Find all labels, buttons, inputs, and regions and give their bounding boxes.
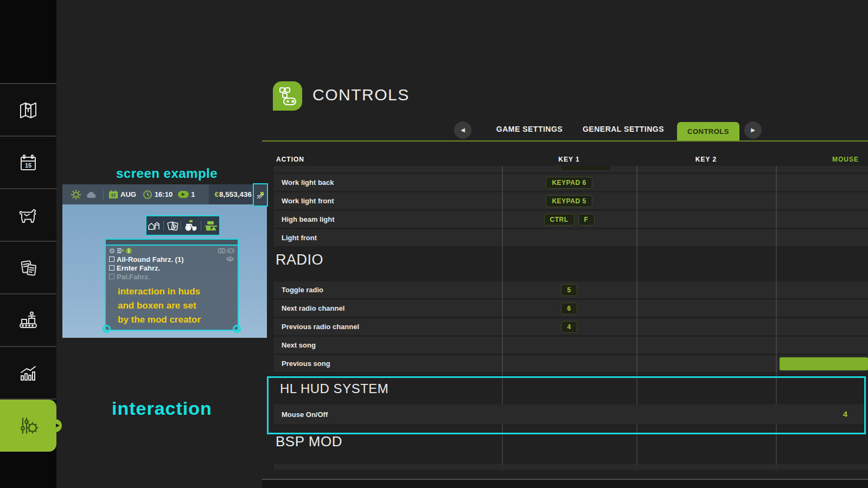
column-header-key2: KEY 2 (636, 156, 776, 163)
sidebar: 15 (0, 0, 56, 488)
inset-hud-icon-row (145, 215, 220, 236)
table-row[interactable]: Previous radio channel 4 (274, 318, 868, 335)
action-label: Previous radio channel (282, 323, 359, 331)
mouse-binding-active-bar[interactable] (780, 357, 868, 370)
action-label: Previous song (282, 359, 330, 368)
sidebar-item-animals[interactable] (0, 188, 56, 241)
action-label: Toggle radio (282, 286, 323, 294)
inset-speed-value: 1 (191, 190, 195, 198)
sidebar-item-statistics[interactable] (0, 346, 56, 400)
table-row[interactable]: Work light front KEYPAD 5 (274, 192, 868, 209)
page-title: CONTROLS (312, 86, 410, 104)
controls-settings-icon (16, 413, 41, 438)
column-header-mouse: MOUSE (776, 156, 868, 163)
icon-separator (163, 221, 164, 230)
table-row[interactable]: Previous song (274, 355, 868, 372)
filter-list-icon (117, 248, 124, 254)
icon-separator (181, 221, 181, 230)
sidebar-item-production[interactable] (0, 293, 56, 346)
statistics-icon (16, 361, 41, 386)
cloud-icon (86, 190, 98, 200)
construction-icon (257, 191, 264, 199)
icon-separator (201, 221, 201, 230)
map-icon (16, 98, 41, 123)
partial-key-badge (561, 166, 610, 170)
hud-note-text: interaction in huds and boxen are set by… (118, 285, 238, 327)
tabs-prev-button[interactable]: ◀ (454, 121, 471, 139)
section-title-radio: RADIO (276, 252, 323, 268)
sidebar-item-map[interactable] (0, 83, 56, 136)
sidebar-item-controls-settings[interactable]: ▶ (0, 400, 56, 452)
table-row-partial-bottom (274, 464, 868, 470)
action-label: High beam light (282, 215, 335, 223)
key-binding-badge[interactable]: F (578, 214, 595, 226)
hud-note-line: and boxen are set (118, 299, 238, 313)
calendar-icon: 15 (16, 150, 41, 175)
inset-hud-topbar: AUG 16:10 1 € 8,553,436 (62, 184, 267, 204)
gamepad-keys-icon (277, 86, 298, 106)
animals-icon (16, 203, 41, 228)
inset-money-value: 8,553,436 (219, 190, 252, 198)
resize-handle (103, 325, 111, 333)
key-binding-badge[interactable]: 4 (561, 321, 577, 333)
inset-hud-panel: All-Round Fahrz. (1) Ernter Fahrz. Pal.F… (105, 239, 239, 331)
table-row[interactable]: Next radio channel 6 (274, 300, 868, 317)
gamepad-mini-icon (227, 248, 234, 253)
production-icon (16, 308, 41, 333)
key-binding-badge[interactable]: KEYPAD 5 (546, 195, 592, 207)
sidebar-active-notch: ▶ (49, 419, 62, 432)
action-label: Work light back (282, 178, 334, 187)
checkbox-icon (109, 265, 114, 271)
tab-game-settings[interactable]: GAME SETTINGS (488, 125, 571, 133)
tab-general-settings[interactable]: GENERAL SETTINGS (575, 125, 672, 133)
inset-time-label: 16:10 (155, 190, 173, 198)
checkbox-icon (109, 256, 114, 262)
tabs-next-button[interactable]: ▶ (744, 121, 762, 139)
section-title-bsp-mod: BSP MOD (276, 433, 342, 450)
resize-handle (233, 325, 241, 333)
table-row[interactable]: Toggle radio 5 (274, 281, 868, 298)
hud-item-label: Ernter Fahrz. (117, 264, 160, 272)
keyboard-icon (218, 248, 225, 253)
sidebar-item-calendar[interactable]: 15 (0, 136, 56, 188)
action-label: Light front (282, 234, 317, 242)
inset-help-highlight-box (253, 183, 268, 207)
hud-panel-iconbar (106, 246, 238, 255)
topbar-separator (103, 189, 104, 200)
tab-controls[interactable]: CONTROLS (677, 122, 739, 141)
tractor-icon (184, 220, 198, 232)
hud-list-item: Ernter Fahrz. (106, 264, 238, 272)
clock-icon (143, 190, 152, 200)
contracts-icon (16, 255, 41, 280)
tab-underline (262, 140, 868, 142)
hud-item-label: All-Round Fahrz. (1) (117, 255, 184, 264)
bottom-strip (262, 480, 868, 488)
finances-icon (167, 220, 178, 231)
gear-icon (109, 248, 115, 254)
column-header-key1: KEY 1 (502, 156, 636, 163)
table-row-partial-top (274, 166, 868, 172)
eye-icon (226, 256, 234, 261)
key-binding-badge[interactable]: 6 (561, 303, 577, 314)
table-row[interactable]: Next song (274, 337, 868, 354)
calendar-day-label: 15 (25, 162, 31, 169)
annotation-screen-example: screen example (116, 166, 218, 181)
sidebar-item-contracts[interactable] (0, 241, 56, 293)
sun-icon (70, 189, 82, 201)
table-row[interactable]: Light front (274, 229, 868, 246)
currency-symbol: € (214, 190, 219, 198)
table-row[interactable]: Work light back KEYPAD 6 (274, 174, 868, 191)
farm-icon (148, 220, 161, 231)
key-binding-badge[interactable]: 5 (561, 284, 577, 296)
inset-month-label: AUG (120, 190, 136, 198)
action-label: Next radio channel (282, 304, 344, 312)
hud-item-label: Pal.Fahrz. (117, 273, 150, 281)
speed-badge-icon (178, 191, 189, 198)
column-header-action: ACTION (276, 156, 304, 163)
key-binding-badge[interactable]: CTRL (544, 214, 575, 226)
key-binding-badge[interactable]: KEYPAD 6 (546, 177, 592, 189)
calendar-mini-icon (108, 190, 118, 200)
annotation-interaction: interaction (112, 398, 212, 419)
controls-settings-screen: 15 (0, 0, 868, 488)
table-row[interactable]: High beam light CTRL F (274, 211, 868, 228)
